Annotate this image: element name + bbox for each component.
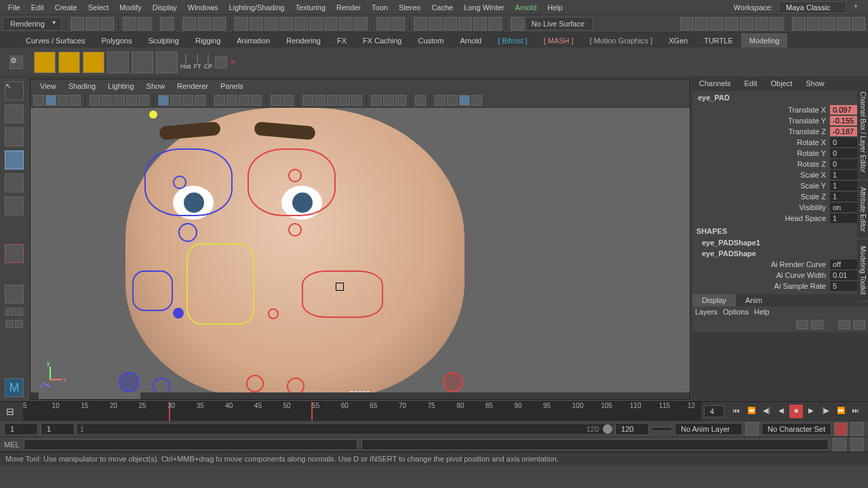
channel-row[interactable]: Translate Z-0.187 [692, 126, 868, 137]
range-slider[interactable]: 1 120 [77, 424, 612, 434]
autokey-icon[interactable] [834, 422, 848, 436]
channel-row[interactable]: Scale X1 [692, 169, 868, 180]
vp-flat-light-icon[interactable] [339, 95, 350, 106]
snap-curve-icon[interactable] [197, 17, 211, 30]
range-start-field[interactable]: 1 [4, 423, 38, 435]
vp-view-transform-icon[interactable] [459, 95, 470, 106]
shelf-fxcaching[interactable]: FX Caching [355, 33, 410, 47]
layout-single-icon[interactable] [15, 308, 23, 316]
shelf-ft-icon[interactable] [197, 54, 198, 64]
ctrl-nose-side-r[interactable] [268, 308, 279, 319]
tab-anim[interactable]: Anim [736, 294, 772, 306]
snap-grid-icon[interactable] [182, 17, 196, 30]
tab-display[interactable]: Display [692, 294, 736, 306]
command-input[interactable] [24, 439, 358, 450]
vp-image-icon[interactable] [58, 95, 68, 106]
mode-dropdown[interactable]: Rendering [3, 17, 62, 30]
vp-isolate-icon[interactable] [271, 95, 281, 106]
shelf-close-icon[interactable]: ✕ [230, 58, 236, 66]
undo-icon[interactable] [123, 17, 136, 30]
channel-row[interactable]: Scale Z1 [692, 191, 868, 202]
shelf-gear-icon[interactable]: ⚙ [9, 56, 23, 69]
shelf-custom[interactable]: Custom [410, 33, 452, 47]
anim-layer-opt-icon[interactable] [745, 422, 759, 436]
character-set-dropdown[interactable]: No Character Set [762, 423, 831, 435]
snap-point2-icon[interactable] [443, 17, 457, 30]
menu-arnold[interactable]: Arnold [510, 1, 542, 14]
vp-wire-icon[interactable] [158, 95, 169, 106]
script-log-icon[interactable] [850, 438, 864, 451]
vp-bookmark-icon[interactable] [45, 95, 56, 106]
ctrl-nose-side-l[interactable] [173, 308, 184, 319]
sel-multi-icon[interactable] [339, 17, 353, 30]
shelf-brush-icon[interactable] [156, 52, 178, 73]
snap-live-icon[interactable] [488, 17, 502, 30]
workspace-dropdown[interactable]: Maya Classic [778, 1, 846, 14]
channel-row[interactable]: Rotate Y0 [692, 148, 868, 159]
shape-item-1[interactable]: eye_PADShape1 [692, 237, 868, 248]
vp-tex-icon[interactable] [195, 95, 205, 106]
shelf-mgfx[interactable]: [ Motion Graphics ] [582, 33, 660, 47]
menu-modify[interactable]: Modify [114, 1, 146, 14]
vp-menu-view[interactable]: View [35, 81, 62, 92]
vp-film-icon[interactable] [102, 95, 113, 106]
ctrl-mouth-r[interactable] [246, 375, 264, 392]
shelf-arnold[interactable]: Arnold [452, 33, 490, 47]
shelf-grid-icon[interactable] [107, 52, 129, 73]
ctrl-nose[interactable] [186, 243, 254, 325]
command-lang-label[interactable]: MEL [4, 441, 20, 449]
vp-dof-icon[interactable] [415, 95, 426, 106]
live-surface-field[interactable]: No Live Surface [526, 17, 593, 30]
shelf-xgen[interactable]: XGen [660, 33, 696, 47]
viewport-3d[interactable]: y x z persp ↖ [31, 108, 690, 399]
ctrl-eye-lower-r[interactable] [288, 223, 302, 237]
shelf-stack-icon[interactable] [58, 52, 80, 73]
vp-textured-icon[interactable] [226, 95, 237, 106]
shelf-cube-icon[interactable] [34, 52, 56, 73]
redo-icon[interactable] [138, 17, 151, 30]
layer-list[interactable] [692, 332, 868, 401]
layout-quad-icon[interactable] [5, 308, 14, 316]
shape-item-2[interactable]: eye_PADShape [692, 248, 868, 259]
layer-menu-options[interactable]: Options [723, 308, 749, 316]
render-seq-icon[interactable] [740, 17, 753, 30]
panel2-icon[interactable] [807, 17, 821, 30]
vp-xray-icon[interactable] [283, 95, 294, 106]
menu-help[interactable]: Help [542, 1, 568, 14]
ctrl-jaw-r[interactable] [443, 372, 463, 392]
vp-grid-icon[interactable] [90, 95, 100, 106]
ctrl-cheek-r[interactable] [302, 270, 383, 318]
shelf-fx[interactable]: FX [329, 33, 355, 47]
range-end-field[interactable] [652, 427, 672, 431]
prefs-icon[interactable] [850, 422, 864, 436]
menu-texturing[interactable]: Texturing [290, 1, 331, 14]
go-end-icon[interactable]: ⏭ [849, 405, 863, 418]
vp-menu-lighting[interactable]: Lighting [102, 81, 140, 92]
vp-2d-icon[interactable] [70, 95, 81, 106]
playback-start-field[interactable]: 1 [41, 423, 75, 435]
move-tool-icon[interactable] [5, 150, 24, 169]
channel-row[interactable]: Rotate Z0 [692, 159, 868, 169]
render-frame-icon[interactable] [680, 17, 694, 30]
step-fwd-key-icon[interactable]: ⏩ [834, 405, 848, 418]
vp-menu-panels[interactable]: Panels [215, 81, 249, 92]
ctrl-eye-inner-r[interactable] [288, 169, 302, 182]
viewport-hscroll[interactable] [31, 392, 690, 399]
shape-attr-row[interactable]: Ai Sample Rate5 [692, 281, 868, 291]
channel-row[interactable]: Translate Y-0.155 [692, 115, 868, 126]
vp-light-icon[interactable] [239, 95, 250, 106]
ipr-icon[interactable] [695, 17, 709, 30]
snap-point-icon[interactable] [212, 17, 226, 30]
hypershade-icon[interactable] [755, 17, 768, 30]
ctrl-eye-lower-l[interactable] [178, 223, 197, 242]
time-slider[interactable]: ⊟ 51015202530354045505560657075808590951… [0, 401, 868, 420]
channel-row[interactable]: Rotate X0 [692, 137, 868, 148]
vp-shadow2-icon[interactable] [351, 95, 362, 106]
maya-logo-icon[interactable]: M [5, 378, 24, 397]
panel5-icon[interactable] [852, 17, 865, 30]
range-slider-thumb[interactable] [603, 424, 612, 434]
channel-row[interactable]: Head Space1 [692, 213, 868, 224]
channel-row[interactable]: Translate X0.097 [692, 104, 868, 115]
panel3-icon[interactable] [822, 17, 835, 30]
shelf-mash[interactable]: [ MASH ] [536, 33, 582, 47]
